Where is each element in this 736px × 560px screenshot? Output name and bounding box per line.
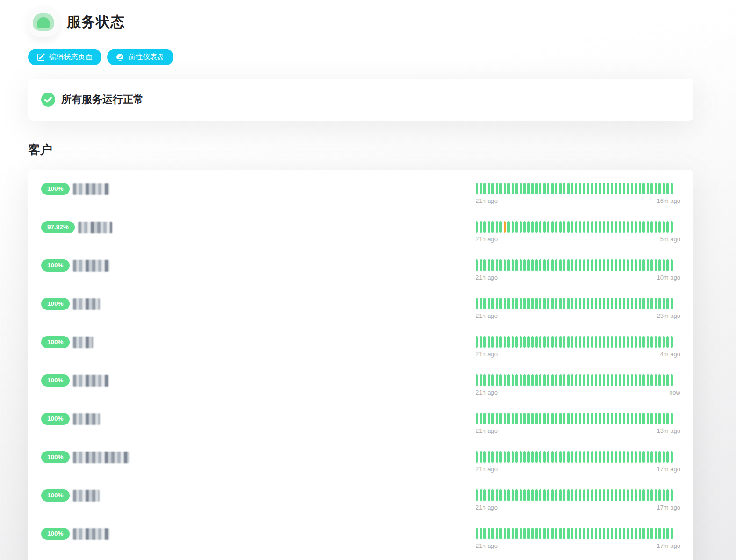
heartbeat-beat-up[interactable]: [480, 528, 482, 539]
heartbeat-beat-up[interactable]: [491, 451, 494, 463]
heartbeat-beat-up[interactable]: [555, 451, 557, 463]
heartbeat-beat-up[interactable]: [512, 489, 514, 501]
heartbeat-beat-up[interactable]: [496, 183, 498, 194]
heartbeat-beat-up[interactable]: [607, 528, 609, 539]
heartbeat-beat-up[interactable]: [663, 259, 665, 271]
heartbeat-beat-up[interactable]: [595, 259, 597, 271]
heartbeat-beat-up[interactable]: [650, 528, 653, 539]
heartbeat-beat-up[interactable]: [555, 298, 557, 309]
heartbeat-beat-up[interactable]: [663, 489, 665, 501]
go-to-dashboard-button[interactable]: 前往仪表盘: [107, 49, 173, 65]
heartbeat-beat-up[interactable]: [671, 451, 673, 463]
heartbeat-beat-up[interactable]: [539, 451, 541, 463]
heartbeat-beat-up[interactable]: [499, 374, 502, 386]
heartbeat-beat-up[interactable]: [499, 451, 502, 463]
heartbeat-beat-up[interactable]: [559, 336, 562, 348]
heartbeat-beat-up[interactable]: [587, 336, 589, 348]
heartbeat-beat-up[interactable]: [523, 489, 526, 501]
heartbeat-beat-up[interactable]: [555, 221, 557, 233]
heartbeat-beat-up[interactable]: [480, 183, 482, 194]
heartbeat-beat-up[interactable]: [639, 413, 641, 424]
heartbeat-beat-up[interactable]: [559, 489, 562, 501]
heartbeat-beat-up[interactable]: [491, 528, 494, 539]
heartbeat-beat-up[interactable]: [631, 298, 633, 309]
heartbeat-beat-up[interactable]: [627, 298, 629, 309]
heartbeat-beat-up[interactable]: [595, 413, 597, 424]
heartbeat-beat-up[interactable]: [619, 259, 621, 271]
heartbeat-beat-up[interactable]: [527, 451, 530, 463]
heartbeat-beat-up[interactable]: [488, 528, 490, 539]
heartbeat-beat-up[interactable]: [663, 183, 665, 194]
heartbeat-beat-up[interactable]: [551, 451, 554, 463]
heartbeat-beat-up[interactable]: [595, 221, 597, 233]
heartbeat-beat-up[interactable]: [658, 451, 661, 463]
heartbeat-beat-up[interactable]: [642, 221, 645, 233]
heartbeat-beat-up[interactable]: [512, 259, 514, 271]
heartbeat-beat-up[interactable]: [579, 528, 581, 539]
heartbeat-beat-up[interactable]: [527, 374, 530, 386]
heartbeat-beat-up[interactable]: [512, 528, 514, 539]
heartbeat-beat-up[interactable]: [595, 183, 597, 194]
heartbeat-beat-up[interactable]: [476, 183, 478, 194]
heartbeat-beat-up[interactable]: [520, 221, 522, 233]
heartbeat-beat-up[interactable]: [499, 528, 502, 539]
heartbeat-beat-up[interactable]: [515, 259, 518, 271]
heartbeat-beat-up[interactable]: [535, 451, 538, 463]
heartbeat-beat-up[interactable]: [515, 374, 518, 386]
heartbeat-beat-up[interactable]: [488, 221, 490, 233]
heartbeat-beat-up[interactable]: [571, 259, 573, 271]
heartbeat-beat-up[interactable]: [642, 336, 645, 348]
heartbeat-beat-up[interactable]: [639, 336, 641, 348]
heartbeat-beat-up[interactable]: [647, 413, 649, 424]
heartbeat-beat-up[interactable]: [647, 374, 649, 386]
heartbeat-beat-up[interactable]: [658, 489, 661, 501]
heartbeat-beat-up[interactable]: [642, 451, 645, 463]
heartbeat-beat-up[interactable]: [555, 336, 557, 348]
heartbeat-beat-up[interactable]: [488, 413, 490, 424]
heartbeat-beat-up[interactable]: [615, 183, 617, 194]
heartbeat-beat-up[interactable]: [531, 259, 534, 271]
heartbeat-beat-up[interactable]: [619, 221, 621, 233]
heartbeat-beat-up[interactable]: [520, 336, 522, 348]
heartbeat-beat-up[interactable]: [523, 221, 526, 233]
heartbeat-beat-up[interactable]: [535, 336, 538, 348]
heartbeat-beat-up[interactable]: [531, 374, 534, 386]
heartbeat-beat-up[interactable]: [563, 451, 565, 463]
heartbeat-beat-up[interactable]: [655, 528, 657, 539]
heartbeat-beat-up[interactable]: [603, 259, 605, 271]
heartbeat-beat-up[interactable]: [543, 451, 546, 463]
heartbeat-beat-up[interactable]: [671, 336, 673, 348]
heartbeat-beat-up[interactable]: [563, 221, 565, 233]
heartbeat-beat-up[interactable]: [595, 451, 597, 463]
heartbeat-beat-up[interactable]: [535, 528, 538, 539]
heartbeat-beat-up[interactable]: [543, 183, 546, 194]
heartbeat-beat-up[interactable]: [663, 413, 665, 424]
heartbeat-beat-up[interactable]: [663, 336, 665, 348]
heartbeat-beat-up[interactable]: [619, 183, 621, 194]
heartbeat-beat-up[interactable]: [666, 259, 669, 271]
heartbeat-beat-up[interactable]: [504, 374, 506, 386]
heartbeat-beat-up[interactable]: [563, 528, 565, 539]
heartbeat-beat-up[interactable]: [512, 413, 514, 424]
heartbeat-beat-up[interactable]: [571, 183, 573, 194]
heartbeat-beat-up[interactable]: [603, 451, 605, 463]
heartbeat-beat-up[interactable]: [520, 413, 522, 424]
heartbeat-beat-up[interactable]: [496, 413, 498, 424]
heartbeat-beat-up[interactable]: [583, 528, 585, 539]
heartbeat-beat-up[interactable]: [551, 183, 554, 194]
heartbeat-beat-up[interactable]: [623, 489, 625, 501]
heartbeat-beat-up[interactable]: [635, 413, 637, 424]
heartbeat-beat-up[interactable]: [507, 336, 510, 348]
heartbeat-beat-up[interactable]: [579, 183, 581, 194]
heartbeat-beat-up[interactable]: [567, 489, 570, 501]
heartbeat-beat-up[interactable]: [480, 221, 482, 233]
heartbeat-beat-up[interactable]: [476, 489, 478, 501]
heartbeat-beat-up[interactable]: [647, 528, 649, 539]
heartbeat-beat-up[interactable]: [642, 183, 645, 194]
heartbeat-beat-up[interactable]: [563, 336, 565, 348]
heartbeat-beat-up[interactable]: [587, 183, 589, 194]
heartbeat-beat-up[interactable]: [496, 451, 498, 463]
heartbeat-beat-up[interactable]: [499, 221, 502, 233]
heartbeat-beat-up[interactable]: [563, 374, 565, 386]
heartbeat-beat-up[interactable]: [647, 336, 649, 348]
